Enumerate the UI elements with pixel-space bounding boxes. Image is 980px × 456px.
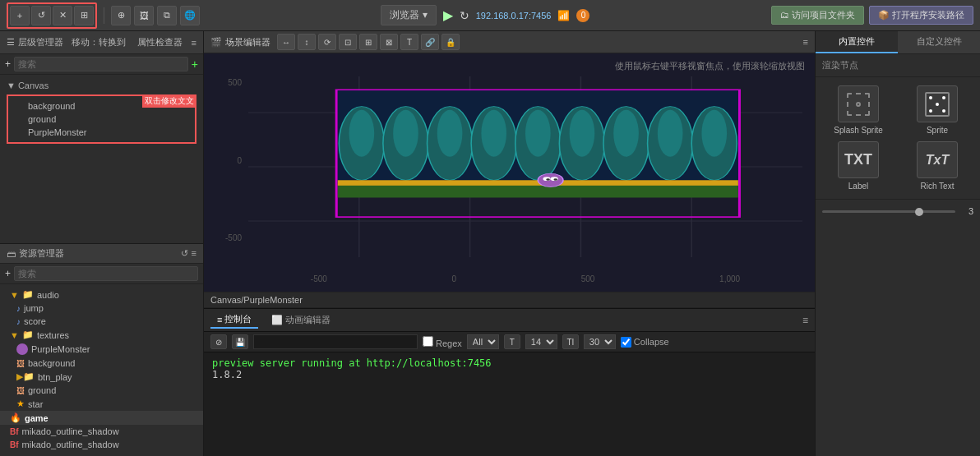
visit-folder-button[interactable]: 🗂 访问项目文件夹: [771, 6, 864, 25]
scene-tool-6[interactable]: ⊠: [380, 34, 398, 50]
asset-ground[interactable]: 🖼 ground: [0, 384, 203, 397]
notification-badge[interactable]: 0: [576, 9, 589, 22]
btn-play-label: btn_play: [38, 372, 72, 382]
console-save-btn[interactable]: 💾: [232, 334, 248, 349]
tab-console[interactable]: ≡ 控制台: [210, 311, 258, 329]
sprite-dot-bl: [929, 109, 932, 113]
main-layout: ☰ 层级管理器 移动：转换到 属性检查器 ≡ + + ▼ Canvas: [0, 31, 980, 456]
asset-score[interactable]: ♪ score: [0, 315, 203, 328]
label-name: Label: [848, 182, 868, 191]
layer-add-icon[interactable]: +: [5, 58, 11, 70]
asset-font1[interactable]: Bf mikado_outline_shadow: [0, 425, 203, 438]
tab-custom[interactable]: 自定义控件: [898, 31, 980, 53]
svg-point-24: [570, 110, 595, 157]
scene-tool-4[interactable]: ⊡: [339, 34, 357, 50]
asset-star[interactable]: ★ star: [0, 397, 203, 411]
asset-search-input[interactable]: [14, 266, 198, 281]
console-menu[interactable]: ≡: [802, 315, 808, 326]
scene-viewport[interactable]: [248, 76, 802, 257]
grid-button[interactable]: ⊞: [74, 6, 94, 25]
scene-tool-7[interactable]: T: [400, 34, 418, 50]
ground-label: ground: [28, 385, 56, 395]
play-button[interactable]: ▶: [443, 7, 453, 23]
move-button[interactable]: ⊕: [111, 6, 131, 25]
scene-tool-1[interactable]: ↔: [277, 34, 295, 50]
scene-tool-8[interactable]: 🔗: [421, 34, 439, 50]
right-section-title: 渲染节点: [816, 54, 980, 77]
asset-menu-icon[interactable]: ≡: [192, 248, 196, 259]
y-label-500: 500: [204, 78, 245, 87]
audio-folder-icon: ▼: [10, 290, 19, 300]
globe-button[interactable]: 🌐: [180, 6, 200, 25]
asset-add-icon[interactable]: +: [5, 268, 11, 279]
asset-icon: 🗃: [7, 249, 16, 259]
asset-textures-folder[interactable]: ▼ 📁 textures: [0, 328, 203, 342]
ti-btn[interactable]: TI: [562, 334, 579, 349]
layer-green-plus[interactable]: +: [192, 58, 198, 71]
copy-button[interactable]: ⧉: [157, 6, 177, 25]
asset-btn-play[interactable]: ▶📁 btn_play: [0, 370, 203, 384]
scene-content[interactable]: 使用鼠标右键平移视窗焦点，使用滚轮缩放视图 500 0 -500: [204, 53, 815, 292]
t-btn[interactable]: T: [504, 334, 520, 349]
tab-props[interactable]: 属性检查器: [132, 35, 187, 50]
x-axis: -500 0 500 1,000: [248, 274, 802, 283]
layer-panel-menu[interactable]: ≡: [192, 38, 196, 48]
scene-panel-menu[interactable]: ≡: [803, 37, 808, 47]
widget-label[interactable]: TXT Label: [822, 141, 894, 191]
sprite-icon: [917, 85, 958, 122]
layer-icon: ☰: [7, 37, 15, 48]
asset-game[interactable]: 🔥 game: [0, 411, 203, 425]
svg-point-27: [701, 110, 727, 157]
scene-tool-2[interactable]: ↕: [298, 34, 316, 50]
tab-anim-editor[interactable]: ⬜ 动画编辑器: [265, 312, 337, 328]
collapse-checkbox[interactable]: [621, 337, 631, 348]
all-select[interactable]: All: [467, 334, 499, 349]
fontsize-select[interactable]: 14: [525, 334, 557, 349]
y-axis: 500 0 -500: [204, 78, 245, 242]
background-label: background: [28, 358, 76, 368]
slider-thumb[interactable]: [915, 208, 923, 216]
console-clear-btn[interactable]: ⊘: [210, 334, 227, 349]
widget-rich-text[interactable]: TxT Rich Text: [901, 141, 973, 191]
scene-tool-9[interactable]: 🔒: [441, 34, 460, 50]
right-panel: 内置控件 自定义控件 渲染节点 Splash Sprite: [816, 31, 980, 456]
console-filter-input[interactable]: [253, 334, 418, 349]
regex-checkbox[interactable]: [423, 336, 433, 347]
scene-tool-5[interactable]: ⊞: [359, 34, 377, 50]
widget-sprite[interactable]: Sprite: [901, 85, 973, 135]
close-button[interactable]: ✕: [53, 6, 72, 25]
asset-purple-monster[interactable]: PurpleMonster: [0, 342, 203, 357]
asset-audio-folder[interactable]: ▼ 📁 audio: [0, 288, 203, 302]
asset-background[interactable]: 🖼 background: [0, 357, 203, 370]
layer-search-input[interactable]: [14, 57, 188, 71]
canvas-expand-icon[interactable]: ▼: [7, 81, 16, 90]
layer-node-ground[interactable]: ground: [12, 113, 192, 126]
asset-jump[interactable]: ♪ jump: [0, 302, 203, 315]
slider-track[interactable]: [822, 210, 955, 213]
refresh-game-button[interactable]: ↻: [460, 9, 469, 22]
open-installer-button[interactable]: 📦 打开程序安装路径: [869, 6, 973, 25]
asset-font2[interactable]: Bf mikado_outline_shadow: [0, 438, 203, 451]
sprite-dot-br: [942, 109, 945, 113]
img-button[interactable]: 🖼: [134, 6, 154, 25]
center-panel: 🎬 场景编辑器 ↔ ↕ ⟳ ⊡ ⊞ ⊠ T 🔗 🔒 ≡ 使用鼠标右键平移视窗焦点…: [204, 31, 816, 456]
svg-point-22: [481, 110, 506, 157]
scene-path: Canvas/PurpleMonster: [204, 292, 815, 308]
browser-button[interactable]: 浏览器 ▾: [381, 5, 436, 25]
layer-node-purple-monster[interactable]: PurpleMonster: [12, 126, 192, 139]
add-button[interactable]: +: [10, 6, 30, 25]
widget-splash-sprite[interactable]: Splash Sprite: [822, 85, 894, 135]
folder-icon: 📁: [22, 289, 34, 300]
toolbar-sep-1: [104, 7, 104, 24]
asset-refresh-icon[interactable]: ↺: [181, 248, 188, 259]
left-panel: ☰ 层级管理器 移动：转换到 属性检查器 ≡ + + ▼ Canvas: [0, 31, 204, 456]
scene-tool-3[interactable]: ⟳: [318, 34, 336, 50]
linecount-select[interactable]: 30: [584, 334, 616, 349]
tab-builtin[interactable]: 内置控件: [816, 31, 898, 53]
tab-move[interactable]: 移动：转换到: [67, 35, 131, 50]
refresh-button[interactable]: ↺: [31, 6, 51, 25]
x-label-0: 0: [452, 274, 457, 283]
svg-point-34: [553, 178, 557, 180]
console-output: preview server running at http://localho…: [204, 352, 815, 456]
left-toolbar-group: + ↺ ✕ ⊞: [7, 2, 97, 29]
